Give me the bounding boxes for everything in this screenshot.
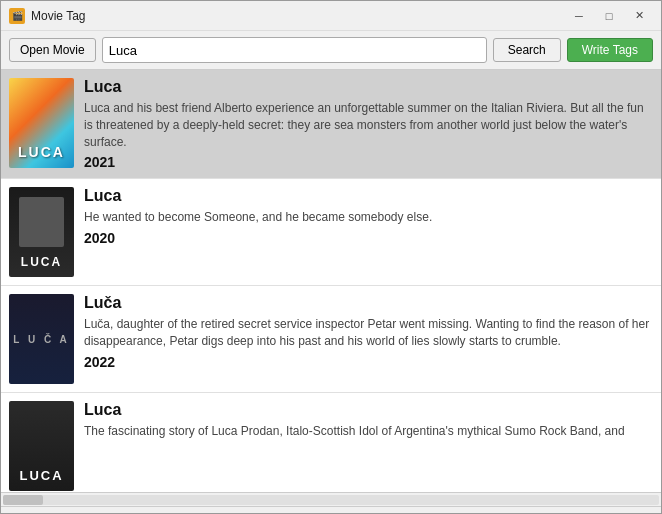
movie-title: Luca bbox=[84, 78, 653, 96]
movie-description: He wanted to become Someone, and he beca… bbox=[84, 209, 653, 226]
horizontal-scrollbar[interactable] bbox=[1, 492, 661, 506]
hscroll-track bbox=[3, 495, 659, 505]
toolbar: Open Movie Search Write Tags bbox=[1, 31, 661, 70]
movie-info: LucaLuca and his best friend Alberto exp… bbox=[84, 78, 653, 170]
list-item[interactable]: LucaThe fascinating story of Luca Prodan… bbox=[1, 393, 661, 492]
hscroll-thumb[interactable] bbox=[3, 495, 43, 505]
movie-description: Luca and his best friend Alberto experie… bbox=[84, 100, 653, 150]
minimize-button[interactable]: ─ bbox=[565, 6, 593, 26]
maximize-button[interactable]: □ bbox=[595, 6, 623, 26]
results-list[interactable]: LucaLuca and his best friend Alberto exp… bbox=[1, 70, 661, 492]
movie-year: 2020 bbox=[84, 230, 653, 246]
movie-poster bbox=[9, 78, 74, 168]
status-bar: Tags saved successfully bbox=[1, 506, 661, 514]
open-movie-button[interactable]: Open Movie bbox=[9, 38, 96, 62]
movie-description: Luča, daughter of the retired secret ser… bbox=[84, 316, 653, 350]
app-title: Movie Tag bbox=[31, 9, 565, 23]
movie-poster bbox=[9, 294, 74, 384]
window-controls: ─ □ ✕ bbox=[565, 6, 653, 26]
content-area: LucaLuca and his best friend Alberto exp… bbox=[1, 70, 661, 492]
title-bar: 🎬 Movie Tag ─ □ ✕ bbox=[1, 1, 661, 31]
close-button[interactable]: ✕ bbox=[625, 6, 653, 26]
movie-info: LučaLuča, daughter of the retired secret… bbox=[84, 294, 653, 384]
search-button[interactable]: Search bbox=[493, 38, 561, 62]
movie-info: LucaThe fascinating story of Luca Prodan… bbox=[84, 401, 653, 491]
list-item[interactable]: LučaLuča, daughter of the retired secret… bbox=[1, 286, 661, 393]
list-item[interactable]: LucaLuca and his best friend Alberto exp… bbox=[1, 70, 661, 179]
movie-title: Luča bbox=[84, 294, 653, 312]
app-icon: 🎬 bbox=[9, 8, 25, 24]
movie-year: 2021 bbox=[84, 154, 653, 170]
movie-year: 2022 bbox=[84, 354, 653, 370]
list-item[interactable]: LucaHe wanted to become Someone, and he … bbox=[1, 179, 661, 286]
movie-description: The fascinating story of Luca Prodan, It… bbox=[84, 423, 653, 440]
movie-title: Luca bbox=[84, 401, 653, 419]
movie-title: Luca bbox=[84, 187, 653, 205]
write-tags-button[interactable]: Write Tags bbox=[567, 38, 653, 62]
movie-info: LucaHe wanted to become Someone, and he … bbox=[84, 187, 653, 277]
search-input[interactable] bbox=[102, 37, 487, 63]
movie-poster bbox=[9, 187, 74, 277]
movie-poster bbox=[9, 401, 74, 491]
